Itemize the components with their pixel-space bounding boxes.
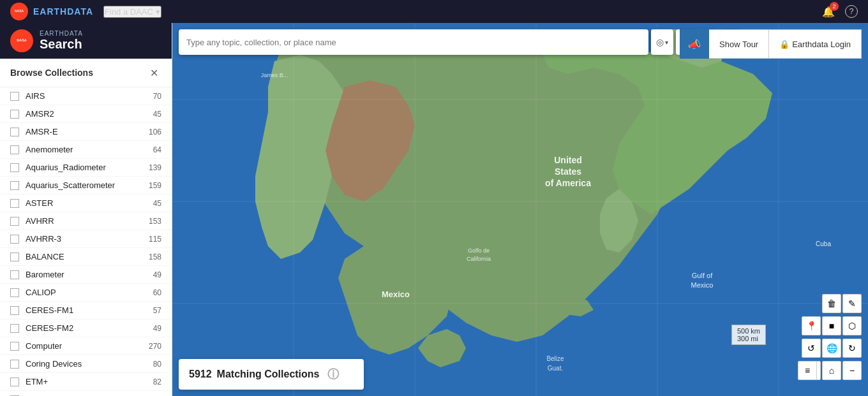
home-button[interactable]: ⌂ [822, 361, 841, 380]
sidebar: NASA EARTHDATA Search Browse Collections… [0, 23, 172, 396]
sidebar-item[interactable]: Computer 270 [0, 337, 172, 355]
sidebar-item-checkbox[interactable] [10, 342, 19, 351]
sidebar-item-checkbox[interactable] [10, 306, 19, 315]
sidebar-item-count: 80 [142, 360, 161, 369]
main-area: NASA EARTHDATA Search Browse Collections… [0, 23, 868, 396]
sidebar-item-label: CERES-FM1 [26, 305, 142, 315]
show-tour-button[interactable]: Show Tour [709, 29, 769, 59]
sidebar-item-label: Aquarius_Radiometer [26, 163, 142, 172]
megaphone-button[interactable]: 📣 [680, 29, 709, 59]
sidebar-item[interactable]: Anemometer 64 [0, 141, 172, 159]
sidebar-item[interactable]: AVHRR-3 115 [0, 230, 172, 248]
nav-icon-group: 🔔 2 ? [822, 5, 858, 18]
find-daac-button[interactable]: Find a DAAC ▾ [103, 6, 161, 18]
nasa-logo-area: NASA EARTHDATA [10, 3, 93, 20]
sidebar-item-checkbox[interactable] [10, 217, 19, 226]
sidebar-item[interactable]: AMSR-E 106 [0, 123, 172, 141]
earthdata-login-button[interactable]: 🔒 Earthdata Login [769, 29, 862, 59]
svg-text:NASA: NASA [17, 38, 26, 42]
sidebar-item-checkbox[interactable] [10, 288, 19, 297]
sidebar-item-checkbox[interactable] [10, 92, 19, 101]
matching-collections-panel[interactable]: 5912 Matching Collections ⓘ [179, 359, 364, 390]
nasa-meatball-icon: NASA [10, 3, 28, 20]
notifications-button[interactable]: 🔔 2 [822, 6, 835, 18]
sidebar-item[interactable]: AIRS 70 [0, 87, 172, 105]
sidebar-item-checkbox[interactable] [10, 324, 19, 333]
sidebar-item-count: 115 [142, 235, 161, 244]
matching-label: Matching Collections [217, 369, 320, 380]
sidebar-item[interactable]: ETM+ 82 [0, 373, 172, 391]
hex-button[interactable]: ⬡ [842, 316, 862, 335]
sidebar-item-checkbox[interactable] [10, 199, 19, 208]
sidebar-list[interactable]: AIRS 70 AMSR2 45 AMSR-E 106 Anemometer 6… [0, 87, 172, 396]
target-icon: ◎ [656, 37, 664, 47]
sidebar-item-label: AMSR-E [26, 127, 142, 136]
sidebar-item-checkbox[interactable] [10, 253, 19, 261]
sidebar-item-checkbox[interactable] [10, 163, 19, 172]
minus-icon: − [849, 365, 855, 376]
matching-count: 5912 [189, 369, 212, 380]
sidebar-item-label: AVHRR [26, 216, 142, 226]
map-rotate-controls: ↺ 🌐 ↻ [802, 339, 862, 358]
sidebar-item-label: AIRS [26, 91, 142, 101]
rotate-cw-icon: ↻ [848, 343, 856, 353]
map-area: United States of America Mexico Gulf of … [172, 23, 868, 396]
globe-button[interactable]: 🌐 [822, 339, 841, 358]
sidebar-item-checkbox[interactable] [10, 145, 19, 154]
svg-text:States: States [555, 166, 581, 177]
zoom-out-button[interactable]: − [842, 361, 862, 380]
spatial-target-button[interactable]: ◎ ▾ [651, 29, 673, 55]
svg-text:James B...: James B... [261, 72, 288, 78]
sidebar-item-checkbox[interactable] [10, 360, 19, 369]
help-button[interactable]: ? [845, 5, 858, 18]
svg-text:California: California [467, 256, 491, 262]
search-input[interactable] [184, 38, 643, 47]
sidebar-item-checkbox[interactable] [10, 270, 19, 279]
scale-km: 500 km [737, 327, 760, 335]
sidebar-item[interactable]: CALIOP 60 [0, 284, 172, 302]
marker-icon: 📍 [806, 321, 817, 331]
sidebar-item-checkbox[interactable] [10, 128, 19, 136]
globe-icon: 🌐 [827, 343, 837, 353]
sidebar-item[interactable]: ASTER 45 [0, 194, 172, 212]
marker-button[interactable]: 📍 [802, 316, 821, 335]
sidebar-item[interactable]: Aquarius_Scatterometer 159 [0, 177, 172, 194]
earthdata-wordmark: EARTHDATA [33, 6, 93, 17]
trash-icon: 🗑 [827, 298, 836, 309]
sidebar-item-count: 70 [142, 92, 161, 101]
sidebar-item[interactable]: Coring Devices 80 [0, 355, 172, 373]
sidebar-item[interactable]: BALANCE 158 [0, 248, 172, 266]
sidebar-item-checkbox[interactable] [10, 110, 19, 119]
sidebar-item-label: CALIOP [26, 288, 142, 297]
map-draw-controls: 🗑 ✎ [822, 294, 862, 313]
layers-button[interactable]: ≡ [798, 361, 817, 380]
sidebar-nasa-icon: NASA [10, 29, 33, 52]
sidebar-item-count: 270 [142, 342, 161, 351]
sidebar-brand-text: EARTHDATA Search [40, 30, 83, 52]
sidebar-item-checkbox[interactable] [10, 181, 19, 190]
sidebar-item-label: Anemometer [26, 145, 142, 154]
edit-button[interactable]: ✎ [842, 294, 862, 313]
square-button[interactable]: ■ [822, 316, 841, 335]
sidebar-item-checkbox[interactable] [10, 235, 19, 244]
layers-icon: ≡ [805, 365, 810, 376]
rotate-cw-button[interactable]: ↻ [842, 339, 862, 358]
sidebar-item[interactable]: Aquarius_Radiometer 139 [0, 159, 172, 177]
trash-button[interactable]: 🗑 [822, 294, 841, 313]
sidebar-item[interactable]: Barometer 49 [0, 266, 172, 284]
close-sidebar-button[interactable]: ✕ [146, 65, 161, 80]
sidebar-item-checkbox[interactable] [10, 378, 19, 386]
notification-badge: 2 [830, 2, 839, 11]
sidebar-item[interactable]: CERES-FM2 49 [0, 319, 172, 337]
scale-bar: 500 km 300 mi [731, 325, 766, 345]
sidebar-item[interactable]: AVHRR 153 [0, 212, 172, 230]
matching-info-icon: ⓘ [327, 367, 339, 382]
sidebar-item-label: Coring Devices [26, 359, 142, 369]
sidebar-item[interactable]: AMSR2 45 [0, 105, 172, 123]
rotate-ccw-button[interactable]: ↺ [802, 339, 821, 358]
sidebar-item[interactable]: GPS Receivers 55 [0, 391, 172, 396]
sidebar-item[interactable]: CERES-FM1 57 [0, 302, 172, 319]
svg-text:Belize: Belize [546, 355, 564, 362]
sidebar-item-count: 159 [142, 181, 161, 190]
svg-text:Mexico: Mexico [691, 281, 714, 289]
